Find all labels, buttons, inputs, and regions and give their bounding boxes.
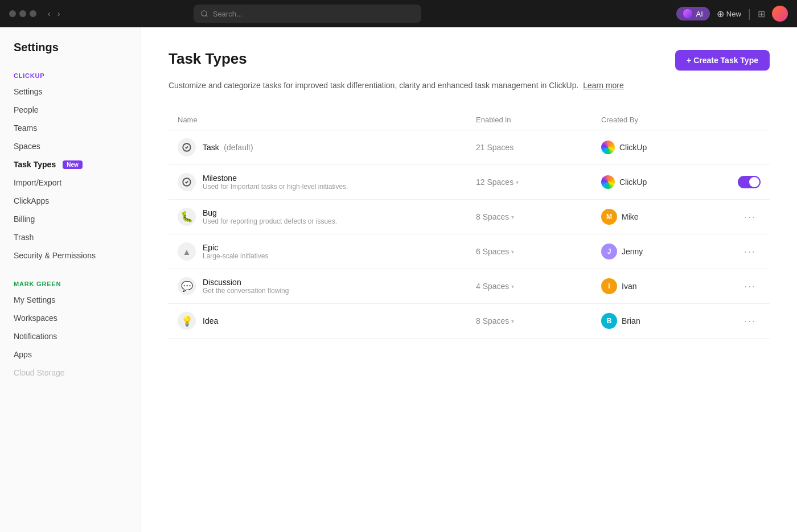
task-info-epic: Epic Large-scale initiatives <box>203 243 268 260</box>
chevron-down-icon: ▾ <box>516 179 519 185</box>
user-avatar-ivan: I <box>601 278 617 294</box>
col-actions <box>726 116 761 124</box>
dot-min <box>19 10 26 17</box>
sidebar-item-people[interactable]: People <box>0 101 141 119</box>
table-row: Task (default) 21 Spaces ClickUp <box>169 130 770 165</box>
chevron-down-icon: ▾ <box>511 318 514 324</box>
task-info-idea: Idea <box>203 316 218 325</box>
task-name-idea: Idea <box>203 316 218 325</box>
sidebar-section-clickup: CLICKUP <box>0 65 141 83</box>
task-desc-bug: Used for reporting product defects or is… <box>203 217 337 225</box>
spaces-cell-task: 21 Spaces <box>476 143 601 152</box>
spaces-cell-bug[interactable]: 8 Spaces ▾ <box>476 212 601 221</box>
created-by-cell-bug: M Mike <box>601 209 726 225</box>
user-avatar-brian: B <box>601 313 617 329</box>
toggle-milestone[interactable] <box>738 176 761 188</box>
page-header: Task Types + Create Task Type <box>169 50 770 71</box>
page-title: Task Types <box>169 50 247 68</box>
sidebar: Settings CLICKUP Settings People Teams S… <box>0 27 141 532</box>
spaces-cell-epic[interactable]: 6 Spaces ▾ <box>476 247 601 256</box>
window-controls <box>9 10 36 17</box>
grid-icon[interactable]: ⊞ <box>758 9 765 19</box>
sidebar-item-import-export[interactable]: Import/Export <box>0 174 141 192</box>
table-header: Name Enabled in Created By <box>169 110 770 130</box>
chevron-down-icon: ▾ <box>511 249 514 255</box>
sidebar-item-trash[interactable]: Trash <box>0 228 141 246</box>
sidebar-section-markgreen: MARK GREEN <box>0 274 141 291</box>
content-area: Task Types + Create Task Type Customize … <box>141 27 797 532</box>
ai-icon <box>683 9 692 18</box>
sidebar-item-teams[interactable]: Teams <box>0 119 141 137</box>
actions-cell-epic: ··· <box>726 244 761 260</box>
table-row: 💬 Discussion Get the conversation flowin… <box>169 269 770 304</box>
task-name-milestone: Milestone <box>203 174 348 183</box>
actions-cell-idea: ··· <box>726 313 761 329</box>
task-name-discussion: Discussion <box>203 278 289 287</box>
created-by-cell-idea: B Brian <box>601 313 726 329</box>
main-layout: Settings CLICKUP Settings People Teams S… <box>0 27 797 532</box>
more-options-epic[interactable]: ··· <box>740 244 761 260</box>
spaces-cell-discussion[interactable]: 4 Spaces ▾ <box>476 282 601 291</box>
task-info-bug: Bug Used for reporting product defects o… <box>203 208 337 225</box>
nav-forward[interactable]: › <box>55 8 63 19</box>
task-name-cell-milestone: Milestone Used for Important tasks or hi… <box>178 173 476 191</box>
sidebar-item-apps[interactable]: Apps <box>0 345 141 364</box>
topbar-right: AI ⊕ New | ⊞ <box>676 6 788 22</box>
svg-point-0 <box>201 11 206 16</box>
sidebar-item-billing[interactable]: Billing <box>0 210 141 228</box>
dot-close <box>9 10 16 17</box>
ai-button[interactable]: AI <box>676 7 709 20</box>
more-options-bug[interactable]: ··· <box>740 209 761 225</box>
task-name-cell-epic: ▲ Epic Large-scale initiatives <box>178 242 476 261</box>
task-name-cell-task: Task (default) <box>178 138 476 156</box>
search-bar <box>194 5 421 23</box>
table-row: 🐛 Bug Used for reporting product defects… <box>169 200 770 234</box>
create-task-type-button[interactable]: + Create Task Type <box>675 50 770 71</box>
ai-label: AI <box>696 10 702 18</box>
sidebar-item-my-settings[interactable]: My Settings <box>0 291 141 309</box>
sidebar-item-clickapps[interactable]: ClickApps <box>0 192 141 210</box>
col-name: Name <box>178 116 476 124</box>
more-options-idea[interactable]: ··· <box>740 313 761 329</box>
divider: | <box>748 7 751 20</box>
task-name-task: Task (default) <box>203 142 253 152</box>
sidebar-item-cloud-storage: Cloud Storage <box>0 364 141 382</box>
new-button[interactable]: ⊕ New <box>717 9 741 19</box>
sidebar-item-workspaces[interactable]: Workspaces <box>0 309 141 327</box>
nav-buttons: ‹ › <box>46 8 62 19</box>
user-avatar[interactable] <box>772 6 788 22</box>
chevron-down-icon: ▾ <box>511 283 514 290</box>
spaces-cell-milestone[interactable]: 12 Spaces ▾ <box>476 178 601 187</box>
clickup-logo-icon <box>601 141 615 154</box>
chevron-down-icon: ▾ <box>511 214 514 220</box>
sidebar-item-security[interactable]: Security & Permissions <box>0 246 141 265</box>
topbar: ‹ › AI ⊕ New | ⊞ <box>0 0 797 27</box>
task-name-bug: Bug <box>203 208 337 217</box>
learn-more-link[interactable]: Learn more <box>583 81 624 90</box>
task-name-epic: Epic <box>203 243 268 252</box>
sidebar-item-task-types[interactable]: Task Types New <box>0 155 141 174</box>
task-icon-epic: ▲ <box>178 242 196 261</box>
spaces-cell-idea[interactable]: 8 Spaces ▾ <box>476 316 601 325</box>
task-desc-epic: Large-scale initiatives <box>203 252 268 260</box>
created-by-cell-discussion: I Ivan <box>601 278 726 294</box>
task-icon-idea: 💡 <box>178 312 196 330</box>
actions-cell-discussion: ··· <box>726 278 761 295</box>
sidebar-item-spaces[interactable]: Spaces <box>0 137 141 155</box>
new-label: New <box>726 10 741 18</box>
sidebar-item-settings[interactable]: Settings <box>0 83 141 101</box>
task-name-cell-discussion: 💬 Discussion Get the conversation flowin… <box>178 277 476 295</box>
search-input[interactable] <box>213 10 414 18</box>
user-avatar-mike: M <box>601 209 617 225</box>
task-info-discussion: Discussion Get the conversation flowing <box>203 278 289 295</box>
user-avatar-jenny: J <box>601 244 617 259</box>
created-by-cell-epic: J Jenny <box>601 244 726 259</box>
more-options-discussion[interactable]: ··· <box>740 278 761 295</box>
sidebar-item-notifications[interactable]: Notifications <box>0 327 141 345</box>
actions-cell-milestone <box>726 176 761 188</box>
sidebar-title: Settings <box>0 41 141 65</box>
nav-back[interactable]: ‹ <box>46 8 53 19</box>
table-row: ▲ Epic Large-scale initiatives 6 Spaces … <box>169 234 770 269</box>
dot-max <box>30 10 36 17</box>
new-plus-icon: ⊕ <box>717 9 724 19</box>
